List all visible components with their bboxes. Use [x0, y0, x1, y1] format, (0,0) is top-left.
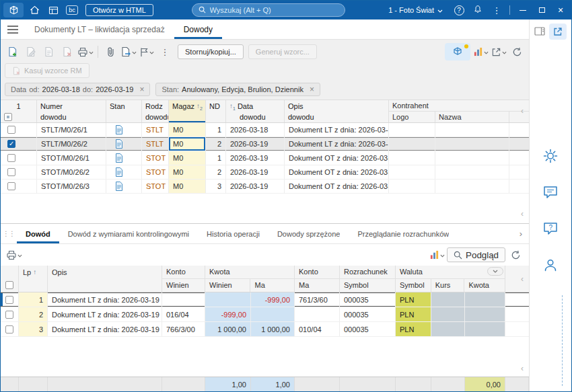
podglad-button[interactable]: Podgląd: [447, 247, 505, 262]
attachment-button[interactable]: [102, 44, 118, 60]
maximize-button[interactable]: [534, 3, 550, 17]
header-select[interactable]: [1, 266, 19, 292]
open-in-html-button[interactable]: Otwórz w HTML: [85, 4, 153, 16]
date-filter-chip[interactable]: Data od: 2026-03-18 do: 2026-03-19 ×: [5, 83, 150, 96]
row-checkbox[interactable]: [7, 182, 15, 190]
splitter-handle[interactable]: ⋮⋮: [1, 224, 17, 243]
header-lp[interactable]: Lp↑: [19, 266, 48, 292]
share-button[interactable]: [549, 24, 567, 40]
tab-historia-operacji[interactable]: Historia operacji: [198, 224, 269, 243]
header-logo[interactable]: Logo: [389, 112, 435, 122]
select-all-checkbox[interactable]: [5, 281, 13, 289]
decree-row[interactable]: 2 Dokument LT z dnia: 2026-03-19 016/04 …: [1, 307, 529, 322]
table-row[interactable]: STLT/M0/26/1 STLT M0 1 2026-03-18 Dokume…: [1, 123, 529, 137]
header-waluta-kurs[interactable]: Kurs: [431, 279, 465, 292]
row-checkbox[interactable]: [7, 168, 15, 176]
header-konto-winien[interactable]: KontoWinien: [162, 266, 205, 292]
notifications-button[interactable]: [470, 3, 486, 17]
remove-filter-icon[interactable]: ×: [310, 85, 314, 93]
view-settings-button[interactable]: [445, 43, 470, 61]
detail-chart-button[interactable]: [429, 247, 445, 263]
global-search[interactable]: [192, 3, 345, 17]
chat-button[interactable]: [542, 184, 559, 202]
header-rozrachunek[interactable]: RozrachunekSymbol: [340, 266, 396, 292]
refresh-button[interactable]: [509, 44, 525, 60]
toolbar-overflow-button[interactable]: ⋮: [157, 44, 173, 60]
support-button[interactable]: [542, 256, 559, 275]
collapse-panel-button[interactable]: [487, 267, 503, 276]
export-document-button[interactable]: [120, 44, 137, 60]
app-logo-icon[interactable]: [3, 3, 24, 17]
cell-kwota-winien: -999,00: [205, 307, 251, 321]
document-info-button[interactable]: [41, 44, 57, 60]
row-checkbox[interactable]: [7, 126, 15, 134]
help-button[interactable]: ?: [451, 3, 467, 17]
scroll-left-icon[interactable]: ‹: [521, 107, 524, 115]
modules-button[interactable]: [45, 3, 61, 17]
header-data[interactable]: ↑1Data dowodu: [226, 100, 285, 122]
header-waluta-symbol[interactable]: Symbol: [396, 279, 431, 292]
remove-filter-icon[interactable]: ×: [139, 85, 144, 93]
panel-toggle-button[interactable]: [534, 27, 545, 37]
menu-button[interactable]: [1, 19, 25, 39]
detail-refresh-button[interactable]: [507, 247, 524, 263]
header-numer[interactable]: Numer dowodu: [37, 100, 106, 122]
tab-dokumenty-lt[interactable]: Dokumenty LT – likwidacja sprzedaż: [25, 19, 174, 39]
export-view-button[interactable]: [491, 44, 507, 60]
tab-dowody[interactable]: Dowody: [174, 19, 222, 39]
home-button[interactable]: [26, 3, 42, 17]
state-filter-chip[interactable]: Stan: Anulowany, Edycja, Brulion, Dzienn…: [155, 83, 320, 96]
tab-przegladanie-rozrachunkow[interactable]: Przeglądanie rozrachunków: [349, 224, 458, 243]
header-rodz[interactable]: Rodz dowodu: [142, 100, 169, 122]
table-row[interactable]: STOT/M0/26/1 STOT M0 1 2026-03-19 Dokume…: [1, 151, 529, 165]
scroll-left-icon[interactable]: ‹: [521, 210, 524, 218]
help-button-sidebar[interactable]: ?: [542, 220, 559, 239]
decree-table-header: Lp↑ Opis KontoWinien Kwota Winien Ma Kon…: [1, 266, 529, 292]
close-button[interactable]: ×: [552, 3, 569, 17]
header-kwota-group[interactable]: Kwota Winien Ma: [205, 266, 295, 292]
more-menu-button[interactable]: ⋮: [489, 3, 505, 17]
more-tabs-button[interactable]: ›: [513, 224, 529, 243]
header-nazwa[interactable]: Nazwa: [435, 112, 509, 122]
header-nd[interactable]: ND: [206, 100, 226, 122]
header-waluta-kwota[interactable]: Kwota: [464, 279, 505, 292]
table-row[interactable]: STOT/M0/26/2 STOT M0 2 2026-03-19 Dokume…: [1, 165, 529, 180]
minimize-button[interactable]: [515, 3, 531, 17]
decree-row[interactable]: 3 Dokument LT z dnia: 2026-03-19 766/3/0…: [1, 322, 529, 337]
tab-dowody-sprzezone[interactable]: Dowody sprzężone: [269, 224, 349, 243]
decree-row-selected[interactable]: 1 Dokument LT z dnia: 2026-03-19 -999,00…: [1, 292, 529, 307]
header-opis[interactable]: Opis dowodu: [285, 100, 389, 122]
print-button[interactable]: [77, 44, 94, 60]
row-checkbox[interactable]: [5, 325, 13, 334]
table-row[interactable]: STOT/M0/26/3 STOT M0 3 2026-03-19 Dokume…: [1, 180, 529, 194]
header-kwota-ma[interactable]: Ma: [250, 279, 294, 292]
header-kwota-winien[interactable]: Winien: [205, 279, 250, 292]
search-input[interactable]: [210, 6, 324, 14]
bc-module-button[interactable]: bc: [64, 3, 80, 17]
flag-button[interactable]: [139, 44, 155, 60]
table-row-selected[interactable]: STLT/M0/26/2 STLT M0 2 2026-03-19 Dokume…: [1, 137, 529, 151]
edit-document-button[interactable]: [23, 44, 39, 60]
header-stan[interactable]: Stan: [106, 100, 142, 122]
company-selector[interactable]: 1 - Foto Świat: [383, 3, 448, 17]
new-document-button[interactable]: [5, 44, 21, 60]
row-checkbox[interactable]: [5, 311, 13, 319]
header-magaz[interactable]: Magaz↑2: [169, 100, 206, 122]
tab-dowod-wymiary[interactable]: Dowód z wymiarami kontrolingowymi: [59, 224, 198, 243]
stornuj-kopiuj-button[interactable]: Stornuj/kopiuj...: [178, 44, 244, 59]
header-opis[interactable]: Opis: [48, 266, 162, 292]
header-select[interactable]: 1: [1, 100, 37, 122]
header-kontrahent-group[interactable]: Kontrahent Logo Nazwa: [389, 100, 529, 122]
select-all-checkbox[interactable]: [4, 113, 12, 121]
delete-document-button[interactable]: [59, 44, 75, 60]
tab-dowod[interactable]: Dowód: [17, 224, 59, 243]
scroll-left-icon[interactable]: ‹: [521, 275, 524, 283]
row-checkbox[interactable]: [5, 296, 13, 304]
detail-print-button[interactable]: [6, 247, 22, 263]
assistant-button[interactable]: [542, 147, 559, 166]
row-checkbox[interactable]: [7, 140, 15, 148]
chart-view-button[interactable]: [472, 44, 489, 60]
header-konto-ma[interactable]: KontoMa: [295, 266, 340, 292]
scroll-left-icon[interactable]: ‹: [521, 364, 524, 373]
row-checkbox[interactable]: [7, 154, 15, 162]
